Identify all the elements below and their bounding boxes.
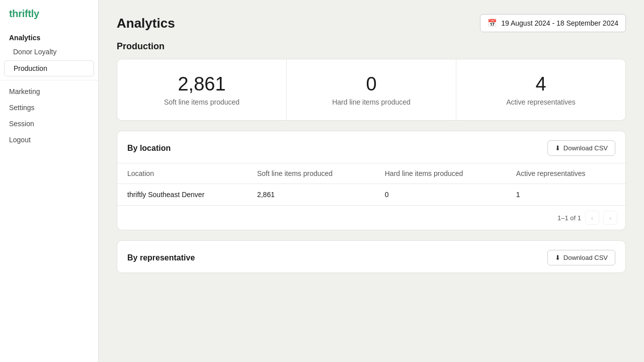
pagination-info: 1–1 of 1 <box>557 214 581 222</box>
sidebar-nav: Analytics Donor Loyalty Production Marke… <box>0 26 98 152</box>
table-header-row: Location Soft line items produced Hard l… <box>117 163 625 184</box>
calendar-icon: 📅 <box>488 19 497 28</box>
sidebar-item-marketing[interactable]: Marketing <box>0 83 98 100</box>
main-content: Analytics 📅 19 August 2024 - 18 Septembe… <box>99 0 644 362</box>
download-csv-location-button[interactable]: ⬇ Download CSV <box>547 140 615 156</box>
stat-value-reps: 4 <box>466 73 615 95</box>
page-title: Analytics <box>117 16 175 31</box>
col-location: Location <box>117 163 247 184</box>
page-header: Analytics 📅 19 August 2024 - 18 Septembe… <box>117 14 626 32</box>
stat-hard-line-items: 0 Hard line items produced <box>287 59 456 120</box>
cell-soft: 2,861 <box>247 184 375 206</box>
download-csv-rep-button[interactable]: ⬇ Download CSV <box>547 250 615 265</box>
by-representative-card: By representative ⬇ Download CSV <box>117 240 626 273</box>
cell-hard: 0 <box>375 184 506 206</box>
cell-active: 1 <box>506 184 625 206</box>
stat-label-hard: Hard line items produced <box>297 98 446 106</box>
date-range-label: 19 August 2024 - 18 September 2024 <box>501 19 618 27</box>
by-location-header: By location ⬇ Download CSV <box>117 131 625 163</box>
sidebar-item-settings[interactable]: Settings <box>0 100 98 116</box>
pagination: 1–1 of 1 ‹ › <box>117 205 625 230</box>
col-reps: Active representatives <box>506 163 625 184</box>
stat-value-soft: 2,861 <box>127 73 276 95</box>
cell-location: thriftly Southeast Denver <box>117 184 247 206</box>
download-csv-rep-label: Download CSV <box>564 254 608 261</box>
sidebar-item-production[interactable]: Production <box>4 60 94 76</box>
sidebar-item-donor-loyalty[interactable]: Donor Loyalty <box>4 44 94 59</box>
logo-area: thriftly <box>0 0 98 26</box>
sidebar: thriftly Analytics Donor Loyalty Product… <box>0 0 99 362</box>
stat-value-hard: 0 <box>297 73 446 95</box>
stats-card: 2,861 Soft line items produced 0 Hard li… <box>117 59 626 121</box>
download-csv-location-label: Download CSV <box>564 144 608 152</box>
pagination-next-button[interactable]: › <box>603 211 617 225</box>
table-row: thriftly Southeast Denver 2,861 0 1 <box>117 184 625 206</box>
sidebar-item-analytics[interactable]: Analytics <box>0 30 98 44</box>
stat-label-soft: Soft line items produced <box>127 98 276 106</box>
pagination-prev-button[interactable]: ‹ <box>585 211 599 225</box>
date-range-button[interactable]: 📅 19 August 2024 - 18 September 2024 <box>480 14 626 32</box>
stat-label-reps: Active representatives <box>466 98 615 106</box>
col-hard: Hard line items produced <box>375 163 506 184</box>
sidebar-item-session[interactable]: Session <box>0 116 98 132</box>
logo: thriftly <box>9 8 39 20</box>
sidebar-item-logout[interactable]: Logout <box>0 132 98 148</box>
location-table: Location Soft line items produced Hard l… <box>117 163 625 205</box>
by-representative-title: By representative <box>127 253 195 262</box>
by-location-card: By location ⬇ Download CSV Location Soft… <box>117 131 626 230</box>
col-soft: Soft line items produced <box>247 163 375 184</box>
stat-active-reps: 4 Active representatives <box>456 59 625 120</box>
download-rep-icon: ⬇ <box>555 254 560 261</box>
production-section-title: Production <box>117 41 626 52</box>
by-location-title: By location <box>127 144 171 153</box>
stat-soft-line-items: 2,861 Soft line items produced <box>117 59 287 120</box>
by-representative-header: By representative ⬇ Download CSV <box>117 241 625 273</box>
download-icon: ⬇ <box>555 144 560 152</box>
sidebar-divider <box>0 80 98 80</box>
